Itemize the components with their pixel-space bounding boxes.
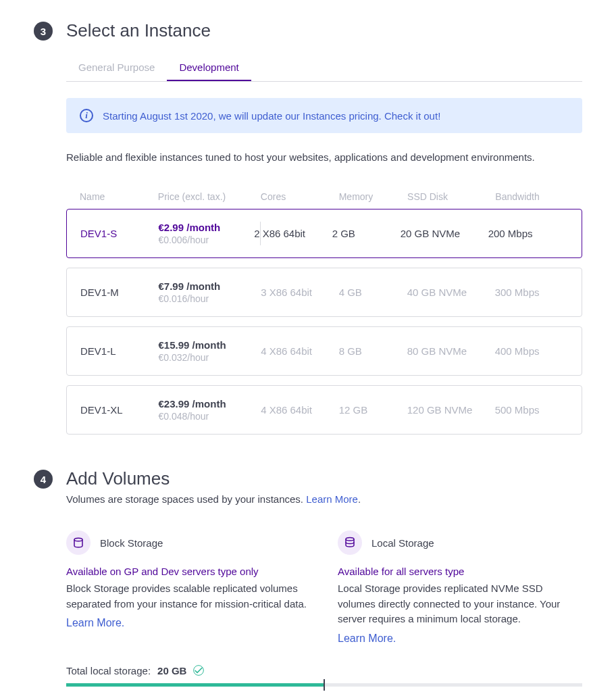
instance-row-dev1-m[interactable]: DEV1-M €7.99 /month €0.016/hour 3 X86 64… [66,268,582,317]
block-storage-title: Block Storage [100,537,163,549]
svg-point-1 [346,538,354,541]
block-storage-note: Available on GP and Dev servers type onl… [66,566,311,577]
price-hour: €0.048/hour [159,411,261,422]
instance-cores: 3 X86 64bit [261,287,339,298]
storage-label: Total local storage: [66,665,151,676]
section-title: Add Volumes [66,468,361,489]
instance-price: €2.99 /month €0.006/hour [159,222,261,245]
price-month: €7.99 /month [159,280,261,292]
instance-table-header: Name Price (excl. tax.) Cores Memory SSD… [66,184,582,209]
col-bandwidth: Bandwidth [495,191,569,202]
select-instance-section: 3 Select an Instance General Purpose Dev… [34,20,582,435]
step-number-3: 3 [34,22,53,41]
instance-row-dev1-s[interactable]: DEV1-S €2.99 /month €0.006/hour 2 X86 64… [66,209,582,258]
slider-fill [66,683,324,687]
instance-disk: 120 GB NVMe [407,404,495,416]
price-month: €2.99 /month [159,222,254,233]
local-storage-icon [338,530,362,555]
instance-memory: 2 GB [332,228,401,239]
instance-bandwidth: 400 Mbps [495,345,568,357]
instance-price: €15.99 /month €0.032/hour [159,339,261,363]
section-header: 4 Add Volumes Volumes are storage spaces… [34,468,582,517]
instance-bandwidth: 300 Mbps [495,287,568,298]
price-hour: €0.016/hour [159,293,261,304]
price-hour: €0.006/hour [159,234,254,245]
local-storage-card: Local Storage Available for all servers … [338,530,582,645]
instance-bandwidth: 500 Mbps [495,404,568,416]
instance-cores: 4 X86 64bit [261,404,339,416]
col-cores: Cores [261,191,339,202]
volumes-grid: Block Storage Available on GP and Dev se… [66,530,582,645]
instance-memory: 8 GB [339,345,407,357]
local-storage-desc: Local Storage provides replicated NVMe S… [338,581,582,627]
instance-tabs: General Purpose Development [66,55,582,82]
info-text: Starting August 1st 2020, we will update… [103,110,440,122]
instance-cores: 2 X86 64bit [254,228,332,239]
storage-value: 20 GB [157,665,186,676]
volumes-subtitle: Volumes are storage spaces used by your … [66,493,361,505]
price-month: €15.99 /month [159,339,261,351]
instance-price: €23.99 /month €0.048/hour [159,398,261,422]
block-storage-desc: Block Storage provides scalable replicat… [66,581,311,612]
instance-memory: 4 GB [339,287,407,298]
instance-price: €7.99 /month €0.016/hour [159,280,261,304]
instance-bandwidth: 200 Mbps [488,228,561,239]
instance-name: DEV1-S [80,228,159,239]
instance-row-dev1-xl[interactable]: DEV1-XL €23.99 /month €0.048/hour 4 X86 … [66,385,582,435]
instance-name: DEV1-L [80,345,159,357]
instance-disk: 40 GB NVMe [407,287,495,298]
instance-disk: 80 GB NVMe [407,345,495,357]
col-name: Name [80,191,158,202]
col-memory: Memory [339,191,407,202]
storage-summary: Total local storage: 20 GB [66,665,582,676]
instance-disk: 20 GB NVMe [401,228,488,239]
local-storage-learn-more-link[interactable]: Learn More. [338,633,396,644]
local-storage-note: Available for all servers type [338,566,582,577]
block-storage-icon [66,530,91,555]
section-title: Select an Instance [66,20,211,41]
col-disk: SSD Disk [407,191,495,202]
instance-cores: 4 X86 64bit [261,345,339,357]
pricing-info-banner: i Starting August 1st 2020, we will upda… [66,98,582,133]
tab-general-purpose[interactable]: General Purpose [66,55,167,81]
check-icon [193,665,204,676]
instance-name: DEV1-XL [80,404,159,416]
step-number-4: 4 [34,470,53,489]
block-storage-learn-more-link[interactable]: Learn More. [66,617,124,628]
svg-point-0 [74,538,82,541]
info-icon: i [80,109,93,122]
add-volumes-section: 4 Add Volumes Volumes are storage spaces… [34,468,582,692]
pricing-check-link[interactable]: Check it out! [384,110,440,122]
section-header: 3 Select an Instance [34,20,582,41]
slider-marker [324,679,325,691]
storage-slider[interactable]: 20 GB required size [66,683,582,693]
instance-row-dev1-l[interactable]: DEV1-L €15.99 /month €0.032/hour 4 X86 6… [66,326,582,376]
tab-development[interactable]: Development [167,55,251,81]
price-month: €23.99 /month [159,398,261,410]
block-storage-card: Block Storage Available on GP and Dev se… [66,530,311,645]
local-storage-title: Local Storage [371,537,434,549]
instance-name: DEV1-M [80,287,159,298]
price-hour: €0.032/hour [159,352,261,363]
instance-memory: 12 GB [339,404,407,416]
instance-description: Reliable and flexible instances tuned to… [66,149,582,166]
volumes-learn-more-link[interactable]: Learn More [306,493,358,505]
col-price: Price (excl. tax.) [158,191,261,202]
